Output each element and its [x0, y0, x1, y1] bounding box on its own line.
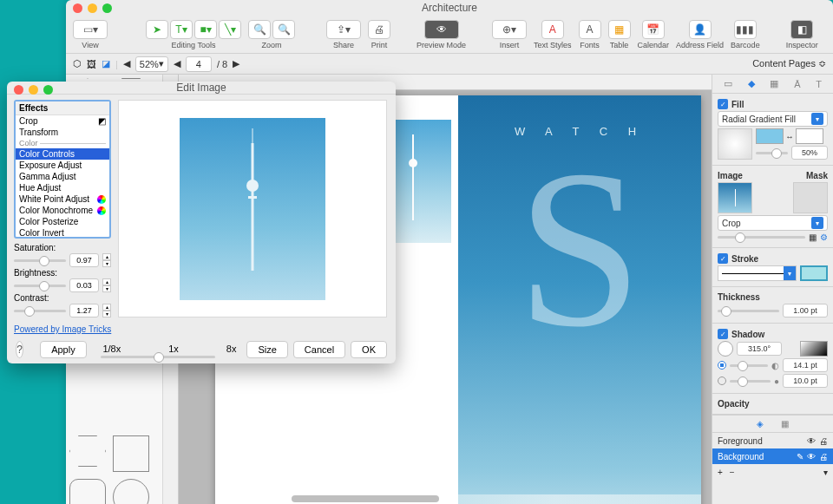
fill-checkbox[interactable]: ✓	[718, 99, 728, 109]
textstyles-button[interactable]: A	[541, 20, 564, 39]
thickness-value[interactable]: 1.00 pt	[783, 304, 828, 317]
image-panel-icon[interactable]: 🖼	[87, 59, 96, 69]
brightness-slider[interactable]	[14, 285, 66, 287]
select-tool-icon[interactable]: ➤	[146, 20, 168, 39]
zoom-icon[interactable]	[102, 3, 112, 13]
saturation-stepper[interactable]: ▴▾	[102, 253, 111, 267]
share-button[interactable]: ⇪▾	[326, 20, 361, 39]
shadow-checkbox[interactable]: ✓	[718, 329, 728, 339]
tab-image-icon[interactable]: ▦	[770, 78, 778, 89]
text-tool-icon[interactable]: T▾	[170, 20, 193, 39]
saturation-value[interactable]: 0.97	[69, 253, 99, 267]
help-button[interactable]: ?	[16, 341, 23, 358]
addressfield-button[interactable]: 👤	[689, 20, 712, 39]
fx-crop[interactable]: Crop◩	[16, 115, 109, 127]
tab-appearance-icon[interactable]: ◆	[748, 78, 755, 89]
contrast-stepper[interactable]: ▴▾	[102, 304, 111, 317]
fx-exposure[interactable]: Exposure Adjust	[16, 160, 109, 171]
zoom-out-icon[interactable]: 🔍	[272, 20, 295, 39]
thickness-slider[interactable]	[718, 310, 779, 312]
powered-by-link[interactable]: Powered by Image Tricks	[7, 321, 396, 337]
shape-hexagon[interactable]	[69, 435, 106, 467]
gradient-preview[interactable]	[718, 128, 752, 160]
gear-icon[interactable]: ⚙	[820, 232, 828, 242]
add-layer-icon[interactable]: +	[718, 468, 723, 477]
zoom-in-icon[interactable]: 🔍	[248, 20, 271, 39]
brightness-value[interactable]: 0.03	[69, 278, 99, 292]
shape-circle[interactable]	[113, 479, 149, 504]
preview-zoom-slider[interactable]: 1/8x1x8x	[101, 342, 236, 358]
contrast-value[interactable]: 1.27	[69, 304, 99, 317]
minimize-icon[interactable]	[88, 3, 97, 13]
fill-mode-select[interactable]: Radial Gradient Fill▾	[718, 111, 828, 127]
preview-image[interactable]	[180, 118, 325, 300]
color2-swatch[interactable]	[796, 128, 823, 144]
sheet-zoom-icon[interactable]	[43, 85, 53, 95]
barcode-button[interactable]: ▮▮▮	[734, 20, 757, 39]
clipart-panel-icon[interactable]: ◪	[102, 58, 110, 69]
gradient-pos-slider[interactable]	[756, 152, 788, 154]
sheet-minimize-icon[interactable]	[29, 85, 38, 95]
saturation-slider[interactable]	[14, 259, 66, 262]
fx-hue[interactable]: Hue Adjust	[16, 182, 109, 193]
gradient-opacity[interactable]: 50%	[791, 146, 828, 160]
swap-colors-icon[interactable]: ↔	[785, 132, 794, 141]
print-layer-icon[interactable]: 🖨	[819, 452, 828, 461]
grid-tab-icon[interactable]: ▦	[781, 419, 789, 429]
shape-roundrect[interactable]	[69, 479, 106, 504]
visibility-icon[interactable]: 👁	[807, 436, 816, 446]
grid-icon[interactable]: ▦	[809, 232, 817, 242]
apply-button[interactable]: Apply	[40, 341, 87, 358]
shadow-angle-dial[interactable]	[718, 341, 733, 357]
sheet-close-icon[interactable]	[14, 85, 23, 95]
fx-gamma[interactable]: Gamma Adjust	[16, 171, 109, 182]
print-button[interactable]: 🖨	[368, 20, 390, 39]
view-button[interactable]: ▭▾	[73, 20, 108, 39]
layer-background[interactable]: Background✎👁🖨	[712, 448, 833, 464]
effects-list[interactable]: Effects Crop◩ Transform Color Color Cont…	[14, 100, 111, 239]
fx-monochrome[interactable]: Color Monochrome	[16, 205, 109, 216]
next-page-button[interactable]: ▶	[233, 58, 239, 69]
prev-page-button-2[interactable]: ◀	[174, 58, 180, 69]
shadow-blur-val[interactable]: 10.0 pt	[783, 374, 828, 388]
line-tool-icon[interactable]: ╲▾	[219, 20, 241, 39]
contrast-slider[interactable]	[14, 310, 66, 312]
shadow-angle-val[interactable]: 315.0°	[737, 342, 782, 356]
shadow-dist-slider[interactable]	[730, 364, 768, 367]
stroke-style-select[interactable]: ▾	[718, 265, 797, 281]
fx-invert[interactable]: Color Invert	[16, 227, 109, 239]
image-thumb[interactable]	[718, 182, 752, 213]
cancel-button[interactable]: Cancel	[293, 341, 345, 358]
tab-doc-icon[interactable]: ▭	[724, 78, 732, 89]
image-mode-select[interactable]: Crop▾	[718, 215, 828, 231]
shadow-mode-radio-1[interactable]	[718, 361, 726, 370]
shadow-blur-slider[interactable]	[730, 380, 771, 383]
ok-button[interactable]: OK	[351, 341, 387, 358]
shadow-dist-val[interactable]: 14.1 pt	[783, 358, 828, 372]
shapes-panel-icon[interactable]: ⬡	[73, 58, 82, 69]
content-pages-select[interactable]: Content Pages ≎	[752, 58, 826, 69]
shadow-color-swatch[interactable]	[800, 341, 828, 357]
print-layer-icon[interactable]: 🖨	[819, 436, 828, 446]
stroke-checkbox[interactable]: ✓	[718, 253, 728, 264]
layer-foreground[interactable]: Foreground👁🖨	[712, 433, 833, 448]
visibility-icon[interactable]: 👁	[807, 452, 816, 461]
fx-transform[interactable]: Transform	[16, 127, 109, 138]
shadow-mode-radio-2[interactable]	[718, 376, 726, 385]
remove-layer-icon[interactable]: −	[730, 468, 735, 477]
zoom-select[interactable]: 52% ▾	[135, 56, 168, 72]
table-button[interactable]: ▦	[608, 20, 631, 39]
calendar-button[interactable]: 📅	[642, 20, 665, 39]
fonts-button[interactable]: A	[579, 20, 601, 39]
layer-menu-icon[interactable]: ▾	[823, 468, 828, 477]
prev-page-button[interactable]: ◀	[123, 58, 130, 69]
inspector-button[interactable]: ◧	[790, 20, 813, 39]
fx-posterize[interactable]: Color Posterize	[16, 216, 109, 227]
fx-color-controls[interactable]: Color Controls	[16, 148, 109, 160]
tab-geometry-icon[interactable]: T	[816, 79, 822, 89]
mask-thumb[interactable]	[793, 182, 828, 213]
brightness-stepper[interactable]: ▴▾	[102, 278, 111, 292]
close-icon[interactable]	[73, 3, 82, 13]
preview-button[interactable]: 👁	[424, 20, 459, 39]
stroke-color-swatch[interactable]	[800, 265, 828, 281]
